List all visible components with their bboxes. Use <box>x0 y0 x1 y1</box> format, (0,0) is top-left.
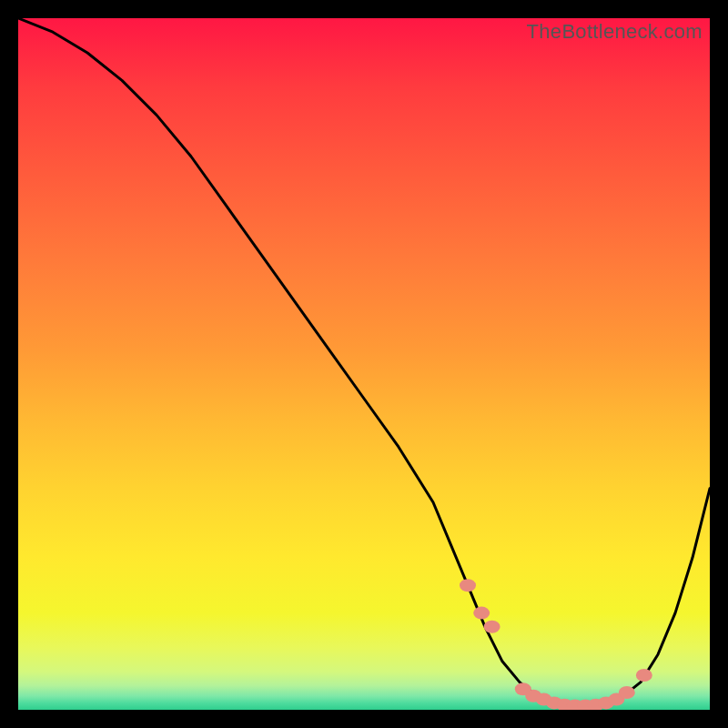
plot-area: TheBottleneck.com <box>18 18 710 710</box>
highlight-dot <box>473 607 490 620</box>
highlight-dot <box>636 669 652 682</box>
highlight-dots <box>460 579 652 710</box>
bottleneck-curve <box>18 18 710 706</box>
watermark: TheBottleneck.com <box>527 20 703 44</box>
curve-layer <box>18 18 710 710</box>
highlight-dot <box>619 686 635 699</box>
highlight-dot <box>460 579 476 592</box>
highlight-dot <box>484 621 500 633</box>
chart-frame: TheBottleneck.com <box>0 0 728 728</box>
